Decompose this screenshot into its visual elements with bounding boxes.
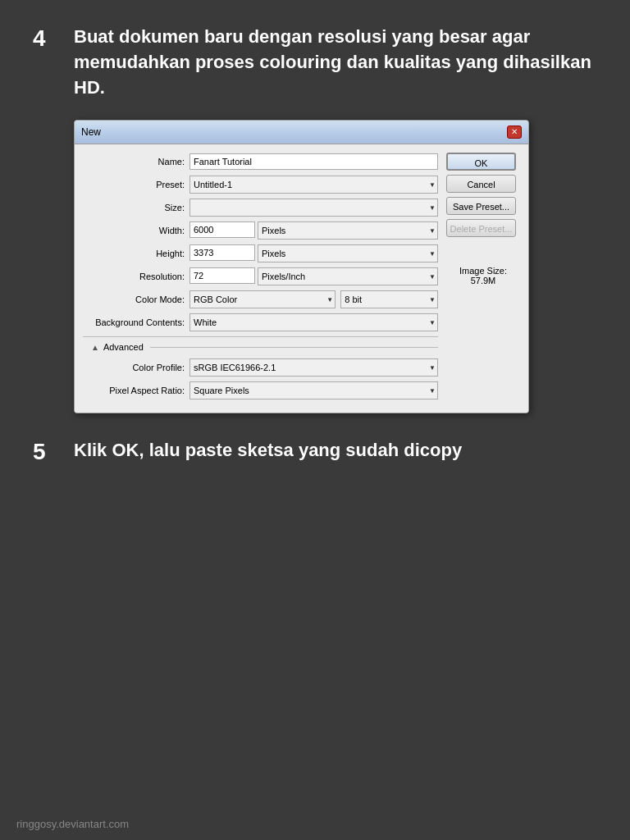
cancel-button[interactable]: Cancel: [446, 175, 516, 193]
ok-button[interactable]: OK: [446, 153, 516, 171]
name-label: Name:: [83, 157, 189, 167]
color-mode-label: Color Mode:: [83, 294, 189, 304]
image-size-label: Image Size:: [446, 266, 520, 276]
close-icon: ✕: [511, 128, 518, 136]
resolution-label: Resolution:: [83, 272, 189, 281]
dialog-form: Name: Preset: Untitled-1: [83, 153, 438, 404]
width-row: Width: Pixels: [83, 221, 438, 240]
step-5-number: 5: [33, 438, 57, 466]
image-size-value: 57.9M: [446, 276, 520, 285]
preset-label: Preset:: [83, 180, 189, 189]
width-unit-select[interactable]: Pixels: [258, 221, 438, 240]
advanced-label: Advanced: [103, 342, 144, 352]
dialog-title: New: [81, 126, 101, 138]
dialog-body: Name: Preset: Untitled-1: [75, 144, 528, 413]
resolution-row: Resolution: Pixels/Inch: [83, 267, 438, 285]
pixel-aspect-select[interactable]: Square Pixels: [189, 381, 438, 399]
step-5-text: Klik OK, lalu paste sketsa yang sudah di…: [74, 438, 462, 466]
color-profile-row: Color Profile: sRGB IEC61966-2.1: [83, 358, 438, 377]
watermark: ringgosy.deviantart.com: [16, 818, 129, 830]
size-label: Size:: [83, 203, 189, 212]
bg-contents-row: Background Contents: White: [83, 313, 438, 331]
resolution-input[interactable]: [189, 267, 255, 284]
step-4-text: Buat dokumen baru dengan resolusi yang b…: [74, 25, 597, 100]
step-5: 5 Klik OK, lalu paste sketsa yang sudah …: [33, 438, 597, 466]
height-input[interactable]: [189, 244, 255, 261]
height-label: Height:: [83, 249, 189, 258]
delete-preset-button[interactable]: Delete Preset...: [446, 219, 516, 237]
dialog-close-button[interactable]: ✕: [507, 126, 522, 139]
name-input[interactable]: [189, 153, 438, 170]
divider: [83, 336, 438, 337]
size-select[interactable]: [189, 199, 438, 217]
save-preset-button[interactable]: Save Preset...: [446, 197, 516, 215]
advanced-divider: [150, 347, 438, 348]
dialog-buttons: OK Cancel Save Preset... Delete Preset..…: [446, 153, 520, 404]
color-profile-label: Color Profile:: [83, 363, 189, 372]
advanced-row: ▲ Advanced: [83, 342, 438, 352]
bg-contents-select[interactable]: White: [189, 313, 438, 331]
bit-depth-select[interactable]: 8 bit: [340, 290, 438, 308]
name-row: Name:: [83, 153, 438, 171]
resolution-unit-select[interactable]: Pixels/Inch: [258, 267, 438, 285]
preset-select[interactable]: Untitled-1: [189, 176, 438, 194]
width-input[interactable]: [189, 221, 255, 238]
advanced-toggle[interactable]: ▲ Advanced: [91, 342, 144, 352]
dialog-titlebar: New ✕: [75, 121, 528, 144]
height-unit-select[interactable]: Pixels: [258, 244, 438, 262]
step-4-number: 4: [33, 25, 57, 100]
pixel-aspect-row: Pixel Aspect Ratio: Square Pixels: [83, 381, 438, 399]
dialog-container: New ✕ Name: Preset:: [74, 120, 529, 413]
chevron-up-icon: ▲: [91, 343, 99, 352]
bg-contents-label: Background Contents:: [83, 317, 189, 327]
color-mode-row: Color Mode: RGB Color 8 bit: [83, 290, 438, 308]
pixel-aspect-label: Pixel Aspect Ratio:: [83, 386, 189, 395]
image-size-section: Image Size: 57.9M: [446, 258, 520, 285]
width-label: Width:: [83, 226, 189, 235]
color-profile-select[interactable]: sRGB IEC61966-2.1: [189, 358, 438, 377]
color-mode-select[interactable]: RGB Color: [189, 290, 336, 308]
preset-row: Preset: Untitled-1: [83, 176, 438, 194]
step-4: 4 Buat dokumen baru dengan resolusi yang…: [33, 25, 597, 100]
size-row: Size:: [83, 199, 438, 217]
new-document-dialog: New ✕ Name: Preset:: [74, 120, 529, 413]
height-row: Height: Pixels: [83, 244, 438, 262]
